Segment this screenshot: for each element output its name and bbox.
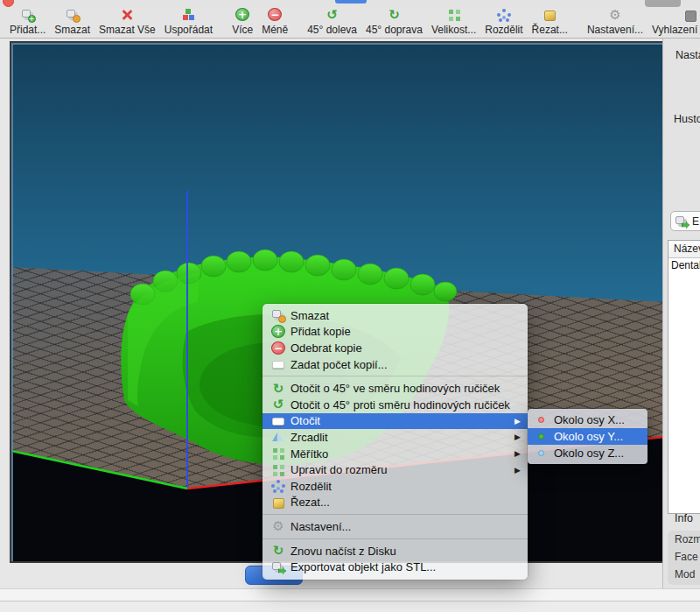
object-list-row[interactable]: Dental_ — [668, 258, 700, 273]
axis-y-dot-icon — [535, 430, 549, 444]
menu-separator — [262, 538, 528, 539]
right-panel: Nastav Husto E Název Dental_ Info Rozm F… — [662, 39, 700, 588]
toolbar-settings-button[interactable]: ⚙ Nastavení... — [583, 5, 648, 36]
menu-item-znovu-nacist[interactable]: ↻ Znovu načíst z Disku — [262, 543, 528, 559]
toolbar-size-label: Velikost... — [431, 25, 476, 36]
delete-copy-icon — [271, 308, 285, 322]
menu-item-odebrat-kopie[interactable]: − Odebrat kopie — [262, 340, 528, 356]
menu-item-pridat-kopie[interactable]: + Přidat kopie — [262, 324, 528, 341]
info-row-size: Rozm — [668, 531, 700, 548]
fit-size-icon — [271, 463, 285, 477]
bottom-bar — [0, 588, 700, 601]
mirror-icon — [271, 430, 285, 444]
print-settings-label: Nastav — [676, 49, 700, 61]
toolbar-rotate-left-label: 45° doleva — [307, 25, 357, 36]
menu-item-otocit-45-ccw[interactable]: ↺ Otočit o 45° proti směru hodinových ru… — [262, 397, 528, 413]
menu-item-meritko[interactable]: Měřítko ▶ — [262, 446, 528, 462]
menu-separator — [262, 376, 528, 376]
rotate-submenu: Okolo osy X... Okolo osy Y... Okolo osy … — [528, 409, 648, 464]
context-menu: Smazat + Přidat kopie − Odebrat kopie Za… — [262, 304, 528, 580]
copies-count-icon — [271, 357, 285, 371]
export-icon — [675, 215, 689, 229]
submenu-arrow-icon: ▶ — [514, 466, 521, 475]
toolbar-arrange-label: Uspořádat — [164, 25, 213, 36]
menu-item-zadat-pocet-kopii[interactable]: Zadat počet kopií... — [262, 356, 528, 373]
axis-x-dot-icon — [535, 413, 549, 427]
split-icon — [271, 479, 285, 493]
submenu-item-okolo-osy-y[interactable]: Okolo osy Y... — [528, 428, 648, 445]
cut-icon — [271, 496, 285, 510]
remove-copy-icon: − — [271, 341, 285, 355]
scale-icon — [271, 447, 285, 461]
menu-separator — [262, 514, 528, 515]
menu-item-nastaveni[interactable]: ⚙ Nastavení... — [262, 518, 528, 535]
toolbar-settings-label: Nastavení... — [587, 25, 643, 36]
toolbar-delete-all-button[interactable]: Smazat Vše — [94, 5, 160, 36]
export-button[interactable]: E — [670, 211, 700, 231]
object-list-header: Název — [668, 241, 700, 258]
toolbar-size-button[interactable]: Velikost... — [427, 5, 480, 36]
rotate-cw-icon: ↻ — [271, 382, 285, 396]
settings-gear-icon: ⚙ — [608, 8, 622, 22]
split-icon — [497, 8, 511, 22]
toolbar-cut-button[interactable]: Řezat... — [528, 5, 572, 36]
toolbar-fewer-button[interactable]: − Méně — [257, 5, 292, 36]
arrange-icon — [181, 8, 195, 22]
status-bar — [0, 601, 700, 612]
toolbar-delete-button[interactable]: Smazat — [50, 5, 94, 36]
rotate-right-icon: ↻ — [387, 8, 401, 22]
more-copies-icon: + — [235, 8, 249, 21]
menu-item-smazat[interactable]: Smazat — [262, 307, 528, 324]
info-row-facets: Face — [668, 548, 700, 566]
toolbar-split-button[interactable]: Rozdělit — [480, 5, 527, 36]
toolbar-delete-label: Smazat — [54, 25, 90, 36]
toolbar-rotate-right-button[interactable]: ↻ 45° doprava — [361, 5, 427, 36]
toolbar-fewer-label: Méně — [262, 25, 288, 36]
toolbar: Přidat... Smazat Smazat Vše Uspořádat + … — [0, 7, 700, 39]
toolbar-arrange-button[interactable]: Uspořádat — [160, 5, 217, 36]
layer-smoothing-icon — [683, 8, 697, 22]
toolbar-rotate-left-button[interactable]: ↺ 45° doleva — [303, 5, 361, 36]
info-label: Info — [675, 512, 693, 524]
axis-y-line — [11, 451, 187, 489]
toolbar-delete-all-label: Smazat Vše — [99, 25, 156, 36]
reload-disk-icon: ↻ — [271, 544, 285, 558]
menu-item-otocit-45-cw[interactable]: ↻ Otočit o 45° ve směru hodinových ručič… — [262, 380, 528, 397]
toolbar-split-label: Rozdělit — [485, 25, 522, 36]
menu-item-zrcadlit[interactable]: Zrcadlit ▶ — [262, 429, 528, 446]
size-icon — [447, 8, 461, 22]
cut-icon — [542, 8, 556, 22]
submenu-arrow-icon: ▶ — [514, 449, 521, 458]
fewer-copies-icon: − — [268, 8, 282, 21]
toolbar-cut-label: Řezat... — [532, 25, 568, 36]
toolbar-more-button[interactable]: + Více — [228, 5, 257, 36]
toolbar-layer-smoothing-button[interactable]: Vyhlazení vrstev — [648, 5, 700, 36]
export-stl-icon — [271, 560, 285, 574]
object-list[interactable]: Název Dental_ — [668, 240, 700, 514]
delete-object-icon — [66, 8, 80, 22]
menu-item-rezat[interactable]: Řezat... — [262, 495, 528, 511]
titlebar-accent — [335, 0, 367, 4]
menu-item-rozdelit[interactable]: Rozdělit — [262, 478, 528, 495]
toolbar-more-label: Více — [232, 25, 253, 36]
menu-item-otocit[interactable]: Otočit ▶ — [262, 413, 528, 430]
toolbar-rotate-right-label: 45° doprava — [366, 25, 423, 36]
export-button-label: E — [692, 215, 699, 228]
menu-item-upravit-do-rozmeru[interactable]: Upravit do rozměru ▶ — [262, 461, 528, 478]
rotate-icon — [271, 414, 285, 428]
submenu-arrow-icon: ▶ — [514, 433, 521, 441]
rotate-ccw-icon: ↺ — [271, 397, 285, 412]
settings-gear-icon: ⚙ — [271, 519, 285, 533]
submenu-item-okolo-osy-x[interactable]: Okolo osy X... — [528, 412, 648, 428]
menu-item-export-stl[interactable]: Exportovat objekt jako STL... — [262, 559, 528, 575]
add-copy-icon: + — [271, 325, 285, 338]
axis-z-dot-icon — [535, 447, 549, 461]
toolbar-add-label: Přidat... — [10, 25, 46, 36]
submenu-arrow-icon: ▶ — [514, 417, 521, 426]
add-object-icon — [21, 8, 35, 22]
info-box: Rozm Face Mod — [668, 531, 700, 585]
delete-all-icon — [120, 8, 134, 22]
submenu-item-okolo-osy-z[interactable]: Okolo osy Z... — [528, 445, 648, 461]
rotate-left-icon: ↺ — [326, 8, 340, 22]
toolbar-add-button[interactable]: Přidat... — [5, 5, 50, 36]
